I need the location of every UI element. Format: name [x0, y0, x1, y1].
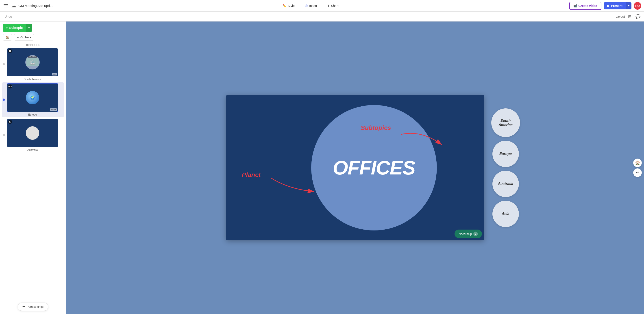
cloud-icon: ☁	[11, 3, 16, 9]
sidebar-header: + Subtopic ▾	[0, 21, 66, 34]
slide-dot	[3, 99, 5, 101]
slide-inner: 12 🏢 LOCATIONS Map	[7, 48, 58, 76]
subtopic-south-america[interactable]: SouthAmerica	[491, 108, 520, 137]
slide-label: Australia	[26, 149, 39, 152]
chat-icon-button[interactable]: 💬	[634, 13, 641, 20]
slide-number: 17	[8, 120, 12, 124]
present-dropdown-button[interactable]: ▾	[626, 2, 632, 9]
sidebar: + Subtopic ▾ 🏠 ↩ Go back OFFICES	[0, 21, 66, 314]
slide-thumbnail[interactable]: 13-16 🌍 Buttons	[7, 83, 58, 112]
slide-dot	[3, 134, 5, 136]
top-bar-right: 📹 Create video ▶ Present ▾ PO	[569, 2, 641, 10]
subtopic-button-group: + Subtopic ▾	[3, 24, 32, 32]
second-bar: Undo Layout ⊞ 💬	[0, 12, 644, 21]
canvas-right-nav: 🏠 ↩	[633, 158, 642, 177]
play-icon: ▶	[607, 4, 610, 8]
subtopic-button[interactable]: + Subtopic	[3, 24, 26, 32]
create-video-button[interactable]: 📹 Create video	[569, 2, 602, 10]
subtopic-asia[interactable]: Asia	[492, 201, 519, 227]
go-back-button[interactable]: ↩ Go back	[14, 34, 34, 40]
main-content: + Subtopic ▾ 🏠 ↩ Go back OFFICES	[0, 21, 644, 314]
subtopic-circles: SouthAmerica Europe Australia Asia	[491, 108, 520, 227]
app-title: GM Meeting Ace upd...	[18, 4, 53, 8]
present-button-group: ▶ Present ▾	[604, 2, 632, 9]
slide-thumb-bg: 12 🏢 LOCATIONS Map	[7, 48, 58, 76]
slide-item[interactable]: 12 🏢 LOCATIONS Map South America	[2, 47, 64, 82]
slide-thumb-bg: 13-16 🌍 Buttons	[7, 84, 58, 112]
layout-icon-button[interactable]: ⊞	[627, 13, 632, 20]
canvas-area: OFFICES Planet Subtopics	[66, 21, 644, 314]
present-button[interactable]: ▶ Present	[604, 2, 626, 9]
main-circle: OFFICES	[311, 105, 437, 230]
home-button[interactable]: 🏠	[3, 34, 12, 40]
layout-label: Layout	[616, 15, 625, 18]
slide-inner: 13-16 🌍 Buttons	[7, 84, 58, 112]
path-settings-button[interactable]: ⇌ Path settings	[18, 303, 48, 311]
offices-text: OFFICES	[333, 158, 415, 178]
share-icon: ⬆	[327, 4, 330, 8]
slide-label: Europe	[27, 113, 38, 116]
top-bar-left: ☁ GM Meeting Ace upd...	[3, 3, 53, 9]
subtopic-australia[interactable]: Australia	[492, 171, 519, 197]
help-icon: ?	[473, 232, 478, 236]
insert-button[interactable]: ⊕ Insert	[300, 1, 322, 10]
insert-icon: ⊕	[304, 3, 308, 8]
slide-number: 12	[8, 49, 12, 53]
slide-canvas: OFFICES Planet Subtopics	[226, 95, 484, 240]
avatar[interactable]: PO	[634, 2, 641, 10]
inner-label: Buttons	[50, 108, 57, 111]
slide-inner: 17	[7, 119, 58, 147]
sidebar-nav: 🏠 ↩ Go back	[0, 34, 66, 43]
slide-dot	[3, 63, 5, 65]
undo-button[interactable]: Undo	[3, 14, 14, 19]
slide-list: OFFICES 12 🏢 LOCATIONS Map	[0, 43, 66, 314]
plus-icon: +	[6, 26, 8, 30]
top-nav: ✏️ Style ⊕ Insert ⬆ Share	[56, 1, 567, 10]
subtopic-europe[interactable]: Europe	[492, 141, 519, 167]
hamburger-menu-icon[interactable]	[3, 3, 9, 8]
canvas-home-button[interactable]: 🏠	[633, 158, 642, 167]
slide-thumbnail[interactable]: 17	[7, 119, 58, 148]
style-button[interactable]: ✏️ Style	[278, 2, 300, 9]
slide-thumb-bg: 17	[7, 119, 58, 147]
subtopic-dropdown-button[interactable]: ▾	[26, 24, 32, 32]
top-bar: ☁ GM Meeting Ace upd... ✏️ Style ⊕ Inser…	[0, 0, 644, 12]
share-button[interactable]: ⬆ Share	[322, 2, 344, 9]
second-bar-right: Layout ⊞ 💬	[616, 13, 641, 20]
slide-item[interactable]: 13-16 🌍 Buttons Europe	[2, 82, 64, 117]
section-title: OFFICES	[2, 43, 64, 47]
path-icon: ⇌	[22, 305, 25, 309]
inner-label: Map	[52, 73, 57, 75]
need-help-button[interactable]: Need help ?	[454, 230, 482, 238]
slide-thumbnail[interactable]: 12 🏢 LOCATIONS Map	[7, 48, 58, 77]
locations-label: LOCATIONS	[28, 56, 37, 58]
inner-image: 🏢	[26, 58, 38, 66]
slide-number: 13-16	[8, 84, 12, 88]
planet-annotation: Planet	[242, 171, 261, 178]
australia-circle	[26, 126, 39, 140]
europe-globe: 🌍	[26, 91, 39, 104]
canvas-back-button[interactable]: ↩	[633, 168, 642, 177]
subtopics-annotation: Subtopics	[361, 124, 391, 132]
video-icon: 📹	[573, 4, 577, 8]
back-icon: ↩	[17, 36, 19, 39]
style-icon: ✏️	[282, 4, 286, 8]
slide-item[interactable]: 17 Australia	[2, 118, 64, 153]
slide-label: South America	[23, 78, 42, 81]
